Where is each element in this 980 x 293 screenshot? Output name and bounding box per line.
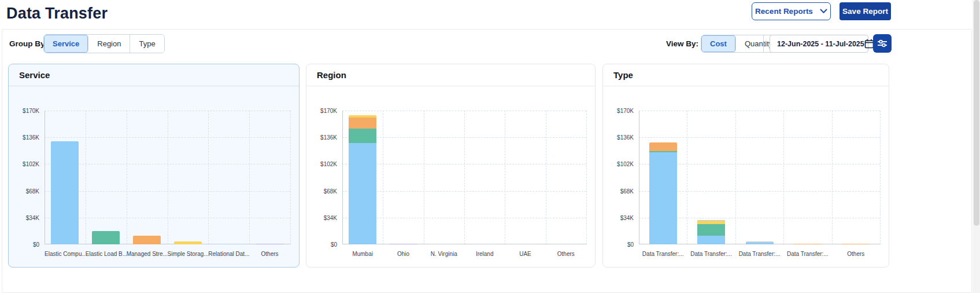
y-axis-tick-label: $68K — [603, 188, 634, 195]
y-axis-tick-label: $0 — [306, 241, 337, 248]
chart-service: $170K$136K$102K$68K$34K$0Elastic Compu..… — [9, 86, 299, 267]
x-axis-label: Data Transfer:... — [639, 251, 687, 257]
bar-segment[interactable] — [92, 231, 120, 244]
x-axis-label: Others — [249, 251, 290, 257]
bar-segment[interactable] — [349, 143, 376, 244]
group-by-toggle: Service Region Type — [43, 34, 165, 53]
bar-segment[interactable] — [349, 115, 376, 118]
group-by-label: Group By: — [9, 39, 47, 48]
bar-segment[interactable] — [390, 244, 417, 245]
group-by-option-type[interactable]: Type — [130, 35, 164, 53]
scrollbar-thumb[interactable] — [974, 0, 979, 226]
x-axis-label: Data Transfer:... — [687, 251, 735, 257]
bar-segment[interactable] — [697, 221, 725, 224]
y-axis-tick-label: $136K — [9, 134, 39, 141]
recent-reports-label: Recent Reports — [755, 7, 813, 16]
bar-segment[interactable] — [649, 151, 677, 152]
x-axis-label: Others — [546, 251, 586, 257]
panel-title-service: Service — [9, 64, 299, 86]
x-axis-label: Relational Dat... — [208, 251, 249, 257]
x-axis-label: Simple Storag... — [168, 251, 209, 257]
x-axis-label: UAE — [505, 251, 545, 257]
vertical-scrollbar[interactable] — [972, 0, 980, 293]
y-axis-tick-label: $68K — [306, 188, 337, 195]
bar-segment[interactable] — [256, 244, 284, 245]
bar-segment[interactable] — [649, 152, 677, 244]
bar-segment[interactable] — [349, 118, 376, 129]
bar-segment[interactable] — [51, 141, 79, 244]
date-range-picker[interactable]: 12-Jun-2025 - 11-Jul-2025 — [770, 35, 868, 53]
recent-reports-button[interactable]: Recent Reports — [752, 2, 831, 20]
y-axis-tick-label: $136K — [603, 134, 634, 141]
x-axis-label: Ohio — [383, 251, 423, 257]
bar-segment[interactable] — [133, 236, 161, 244]
bar-segment[interactable] — [649, 142, 677, 151]
sliders-icon — [877, 39, 887, 48]
bar-segment[interactable] — [349, 129, 376, 142]
x-axis-label: Elastic Load B... — [86, 251, 127, 257]
y-axis-tick-label: $0 — [603, 241, 634, 248]
y-axis-tick-label: $170K — [9, 108, 39, 114]
bar-segment[interactable] — [471, 244, 498, 245]
x-axis-label: Elastic Compu... — [45, 251, 86, 257]
x-axis-label: N. Virginia — [424, 251, 464, 257]
bar-segment[interactable] — [697, 220, 725, 221]
bar-segment[interactable] — [552, 244, 580, 245]
x-axis-label: Others — [832, 251, 880, 257]
toolbar-divider — [763, 35, 764, 52]
panel-region: Region $170K$136K$102K$68K$34K$0MumbaiOh… — [306, 64, 596, 268]
bar-segment[interactable] — [746, 243, 774, 244]
panel-title-type: Type — [603, 64, 889, 86]
panel-title-region: Region — [306, 64, 595, 86]
bar-segment[interactable] — [215, 244, 243, 245]
panel-type: Type $170K$136K$102K$68K$34K$0Data Trans… — [602, 64, 889, 268]
view-by-label: View By: — [666, 39, 698, 48]
y-axis-tick-label: $0 — [9, 241, 39, 248]
bar-segment[interactable] — [697, 224, 725, 236]
view-by-option-cost[interactable]: Cost — [701, 35, 736, 52]
y-axis-tick-label: $34K — [603, 215, 634, 221]
filter-settings-button[interactable] — [873, 34, 892, 53]
y-axis-tick-label: $34K — [9, 215, 39, 221]
y-axis-tick-label: $102K — [603, 161, 634, 167]
chart-region: $170K$136K$102K$68K$34K$0MumbaiOhioN. Vi… — [306, 86, 595, 267]
bar-segment[interactable] — [697, 236, 725, 244]
gridline — [290, 111, 291, 244]
group-by-option-service[interactable]: Service — [44, 35, 88, 53]
y-axis-tick-label: $68K — [9, 188, 39, 195]
bar-segment[interactable] — [430, 244, 458, 245]
gridline — [880, 111, 881, 244]
save-report-button[interactable]: Save Report — [840, 2, 891, 20]
x-axis-label: Mumbai — [342, 251, 383, 257]
bar-segment[interactable] — [174, 241, 202, 244]
group-by-option-region[interactable]: Region — [88, 35, 130, 53]
plot-frame — [342, 111, 586, 244]
x-axis-label: Managed Stre... — [127, 251, 168, 257]
y-axis-tick-label: $170K — [306, 108, 337, 114]
x-axis-label: Data Transfer:... — [783, 251, 831, 257]
page-title: Data Transfer — [6, 5, 108, 23]
y-axis-tick-label: $102K — [306, 161, 337, 167]
chart-type: $170K$136K$102K$68K$34K$0Data Transfer:.… — [603, 86, 889, 267]
y-axis-tick-label: $34K — [306, 215, 337, 221]
bar-segment[interactable] — [512, 244, 539, 245]
gridline — [586, 111, 587, 244]
y-axis-tick-label: $136K — [306, 134, 337, 141]
bar-segment[interactable] — [842, 244, 870, 245]
x-axis-label: Data Transfer:... — [735, 251, 783, 257]
chevron-down-icon — [820, 9, 827, 14]
y-axis-tick-label: $170K — [603, 108, 634, 114]
x-axis-label: Ireland — [464, 251, 505, 257]
plot-frame — [45, 111, 290, 244]
bar-segment[interactable] — [794, 244, 822, 245]
bar-segment[interactable] — [746, 241, 774, 243]
y-axis-tick-label: $102K — [9, 161, 39, 167]
date-range-value: 12-Jun-2025 - 11-Jul-2025 — [777, 40, 864, 48]
panel-service: Service $170K$136K$102K$68K$34K$0Elastic… — [8, 64, 299, 268]
